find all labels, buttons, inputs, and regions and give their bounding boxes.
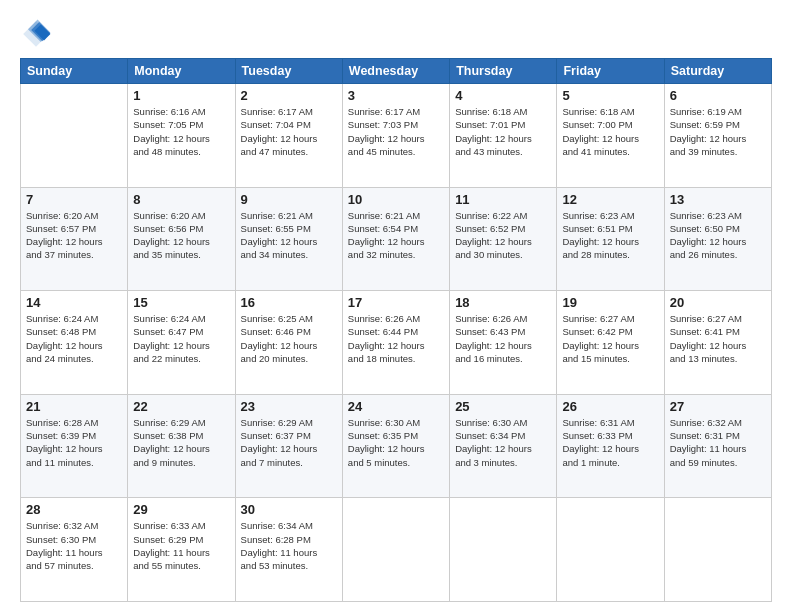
calendar-cell: 18Sunrise: 6:26 AM Sunset: 6:43 PM Dayli… — [450, 291, 557, 395]
day-number: 14 — [26, 295, 122, 310]
day-info: Sunrise: 6:29 AM Sunset: 6:38 PM Dayligh… — [133, 416, 229, 469]
calendar-cell: 15Sunrise: 6:24 AM Sunset: 6:47 PM Dayli… — [128, 291, 235, 395]
day-number: 30 — [241, 502, 337, 517]
calendar-cell: 3Sunrise: 6:17 AM Sunset: 7:03 PM Daylig… — [342, 84, 449, 188]
calendar-cell: 7Sunrise: 6:20 AM Sunset: 6:57 PM Daylig… — [21, 187, 128, 291]
calendar-cell: 27Sunrise: 6:32 AM Sunset: 6:31 PM Dayli… — [664, 394, 771, 498]
calendar-cell: 22Sunrise: 6:29 AM Sunset: 6:38 PM Dayli… — [128, 394, 235, 498]
calendar-cell: 23Sunrise: 6:29 AM Sunset: 6:37 PM Dayli… — [235, 394, 342, 498]
day-number: 6 — [670, 88, 766, 103]
day-number: 1 — [133, 88, 229, 103]
page: SundayMondayTuesdayWednesdayThursdayFrid… — [0, 0, 792, 612]
calendar-cell — [557, 498, 664, 602]
weekday-header-friday: Friday — [557, 59, 664, 84]
day-number: 19 — [562, 295, 658, 310]
day-number: 24 — [348, 399, 444, 414]
day-info: Sunrise: 6:34 AM Sunset: 6:28 PM Dayligh… — [241, 519, 337, 572]
week-row-1: 1Sunrise: 6:16 AM Sunset: 7:05 PM Daylig… — [21, 84, 772, 188]
day-number: 23 — [241, 399, 337, 414]
day-info: Sunrise: 6:26 AM Sunset: 6:44 PM Dayligh… — [348, 312, 444, 365]
day-number: 28 — [26, 502, 122, 517]
calendar-cell: 19Sunrise: 6:27 AM Sunset: 6:42 PM Dayli… — [557, 291, 664, 395]
calendar-cell: 29Sunrise: 6:33 AM Sunset: 6:29 PM Dayli… — [128, 498, 235, 602]
day-info: Sunrise: 6:18 AM Sunset: 7:01 PM Dayligh… — [455, 105, 551, 158]
calendar-table: SundayMondayTuesdayWednesdayThursdayFrid… — [20, 58, 772, 602]
day-info: Sunrise: 6:22 AM Sunset: 6:52 PM Dayligh… — [455, 209, 551, 262]
day-info: Sunrise: 6:30 AM Sunset: 6:35 PM Dayligh… — [348, 416, 444, 469]
day-number: 15 — [133, 295, 229, 310]
day-info: Sunrise: 6:23 AM Sunset: 6:50 PM Dayligh… — [670, 209, 766, 262]
calendar-cell: 17Sunrise: 6:26 AM Sunset: 6:44 PM Dayli… — [342, 291, 449, 395]
day-number: 3 — [348, 88, 444, 103]
week-row-2: 7Sunrise: 6:20 AM Sunset: 6:57 PM Daylig… — [21, 187, 772, 291]
weekday-header-tuesday: Tuesday — [235, 59, 342, 84]
day-info: Sunrise: 6:29 AM Sunset: 6:37 PM Dayligh… — [241, 416, 337, 469]
day-number: 2 — [241, 88, 337, 103]
day-info: Sunrise: 6:32 AM Sunset: 6:30 PM Dayligh… — [26, 519, 122, 572]
day-info: Sunrise: 6:23 AM Sunset: 6:51 PM Dayligh… — [562, 209, 658, 262]
calendar-cell: 1Sunrise: 6:16 AM Sunset: 7:05 PM Daylig… — [128, 84, 235, 188]
week-row-3: 14Sunrise: 6:24 AM Sunset: 6:48 PM Dayli… — [21, 291, 772, 395]
calendar-cell: 13Sunrise: 6:23 AM Sunset: 6:50 PM Dayli… — [664, 187, 771, 291]
day-info: Sunrise: 6:19 AM Sunset: 6:59 PM Dayligh… — [670, 105, 766, 158]
calendar-cell: 30Sunrise: 6:34 AM Sunset: 6:28 PM Dayli… — [235, 498, 342, 602]
day-number: 18 — [455, 295, 551, 310]
day-info: Sunrise: 6:24 AM Sunset: 6:47 PM Dayligh… — [133, 312, 229, 365]
week-row-4: 21Sunrise: 6:28 AM Sunset: 6:39 PM Dayli… — [21, 394, 772, 498]
calendar-cell — [342, 498, 449, 602]
calendar-cell: 26Sunrise: 6:31 AM Sunset: 6:33 PM Dayli… — [557, 394, 664, 498]
calendar-cell: 2Sunrise: 6:17 AM Sunset: 7:04 PM Daylig… — [235, 84, 342, 188]
day-info: Sunrise: 6:17 AM Sunset: 7:04 PM Dayligh… — [241, 105, 337, 158]
calendar-cell: 12Sunrise: 6:23 AM Sunset: 6:51 PM Dayli… — [557, 187, 664, 291]
calendar-cell: 24Sunrise: 6:30 AM Sunset: 6:35 PM Dayli… — [342, 394, 449, 498]
day-info: Sunrise: 6:32 AM Sunset: 6:31 PM Dayligh… — [670, 416, 766, 469]
calendar-cell — [21, 84, 128, 188]
calendar-cell — [664, 498, 771, 602]
day-info: Sunrise: 6:31 AM Sunset: 6:33 PM Dayligh… — [562, 416, 658, 469]
day-info: Sunrise: 6:25 AM Sunset: 6:46 PM Dayligh… — [241, 312, 337, 365]
day-number: 7 — [26, 192, 122, 207]
day-info: Sunrise: 6:21 AM Sunset: 6:54 PM Dayligh… — [348, 209, 444, 262]
day-info: Sunrise: 6:20 AM Sunset: 6:56 PM Dayligh… — [133, 209, 229, 262]
calendar-cell: 28Sunrise: 6:32 AM Sunset: 6:30 PM Dayli… — [21, 498, 128, 602]
day-number: 13 — [670, 192, 766, 207]
day-info: Sunrise: 6:28 AM Sunset: 6:39 PM Dayligh… — [26, 416, 122, 469]
weekday-header-wednesday: Wednesday — [342, 59, 449, 84]
header — [20, 18, 772, 50]
calendar-cell: 14Sunrise: 6:24 AM Sunset: 6:48 PM Dayli… — [21, 291, 128, 395]
day-number: 10 — [348, 192, 444, 207]
weekday-header-row: SundayMondayTuesdayWednesdayThursdayFrid… — [21, 59, 772, 84]
day-info: Sunrise: 6:21 AM Sunset: 6:55 PM Dayligh… — [241, 209, 337, 262]
day-number: 17 — [348, 295, 444, 310]
day-number: 8 — [133, 192, 229, 207]
day-number: 16 — [241, 295, 337, 310]
calendar-cell: 10Sunrise: 6:21 AM Sunset: 6:54 PM Dayli… — [342, 187, 449, 291]
day-info: Sunrise: 6:27 AM Sunset: 6:41 PM Dayligh… — [670, 312, 766, 365]
day-info: Sunrise: 6:30 AM Sunset: 6:34 PM Dayligh… — [455, 416, 551, 469]
day-number: 5 — [562, 88, 658, 103]
day-info: Sunrise: 6:33 AM Sunset: 6:29 PM Dayligh… — [133, 519, 229, 572]
calendar-cell: 21Sunrise: 6:28 AM Sunset: 6:39 PM Dayli… — [21, 394, 128, 498]
calendar-cell: 16Sunrise: 6:25 AM Sunset: 6:46 PM Dayli… — [235, 291, 342, 395]
day-number: 29 — [133, 502, 229, 517]
weekday-header-sunday: Sunday — [21, 59, 128, 84]
day-number: 21 — [26, 399, 122, 414]
day-number: 20 — [670, 295, 766, 310]
day-number: 27 — [670, 399, 766, 414]
calendar-cell: 9Sunrise: 6:21 AM Sunset: 6:55 PM Daylig… — [235, 187, 342, 291]
weekday-header-monday: Monday — [128, 59, 235, 84]
day-number: 4 — [455, 88, 551, 103]
day-info: Sunrise: 6:16 AM Sunset: 7:05 PM Dayligh… — [133, 105, 229, 158]
calendar-cell: 5Sunrise: 6:18 AM Sunset: 7:00 PM Daylig… — [557, 84, 664, 188]
day-info: Sunrise: 6:24 AM Sunset: 6:48 PM Dayligh… — [26, 312, 122, 365]
day-number: 22 — [133, 399, 229, 414]
day-info: Sunrise: 6:18 AM Sunset: 7:00 PM Dayligh… — [562, 105, 658, 158]
calendar-cell: 20Sunrise: 6:27 AM Sunset: 6:41 PM Dayli… — [664, 291, 771, 395]
day-info: Sunrise: 6:20 AM Sunset: 6:57 PM Dayligh… — [26, 209, 122, 262]
day-number: 25 — [455, 399, 551, 414]
day-number: 12 — [562, 192, 658, 207]
day-info: Sunrise: 6:27 AM Sunset: 6:42 PM Dayligh… — [562, 312, 658, 365]
calendar-cell: 11Sunrise: 6:22 AM Sunset: 6:52 PM Dayli… — [450, 187, 557, 291]
logo — [20, 18, 58, 50]
day-number: 26 — [562, 399, 658, 414]
